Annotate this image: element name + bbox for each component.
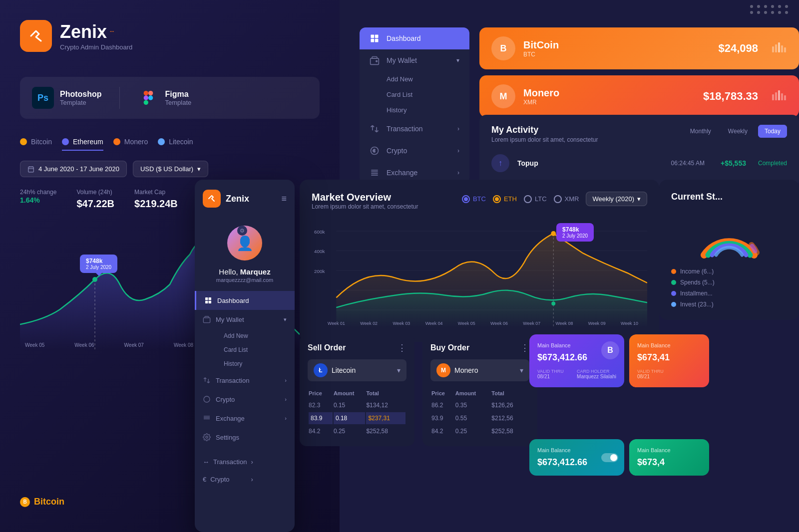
svg-text:Week 03: Week 03: [393, 321, 410, 326]
logo-icon: [20, 20, 52, 52]
sidebar-nav-wallet[interactable]: My Wallet ▾: [195, 310, 295, 329]
monero-select-icon: M: [436, 363, 450, 377]
crypto-card-bitcoin[interactable]: B BitCoin BTC $24,098: [479, 27, 799, 69]
sell-row-1: 82.3 0.15 $134,12: [309, 399, 405, 411]
svg-text:Week 05: Week 05: [458, 321, 475, 326]
svg-rect-31: [781, 93, 783, 100]
svg-text:Week 02: Week 02: [360, 321, 378, 326]
sidebar-nav-settings[interactable]: Settings: [195, 428, 295, 447]
filter-ltc[interactable]: LTC: [524, 195, 547, 203]
svg-text:Week 04: Week 04: [425, 321, 443, 326]
app-subtitle: Crypto Admin Dashboard: [60, 43, 132, 51]
activity-filters: Monthly Weekly Today: [684, 125, 787, 138]
svg-text:600k: 600k: [314, 229, 325, 235]
legend-items: Income (6...) Spends (5...) Installmen..…: [671, 268, 787, 308]
svg-point-53: [551, 301, 555, 305]
svg-rect-27: [784, 47, 786, 52]
svg-text:400k: 400k: [314, 249, 325, 254]
sub-card-list[interactable]: Card List: [387, 87, 469, 102]
bitcoin-icon: B: [491, 36, 515, 60]
svg-rect-3: [143, 100, 148, 105]
buy-row-2: 93.9 0.55 $212,56: [431, 412, 528, 424]
crypto-icon: €: [370, 146, 380, 156]
svg-rect-13: [371, 39, 375, 42]
filter-monthly[interactable]: Monthly: [684, 125, 718, 138]
svg-text:Week 09: Week 09: [588, 321, 606, 326]
filter-xmr[interactable]: XMR: [554, 195, 579, 203]
filter-btc[interactable]: BTC: [462, 195, 486, 203]
buy-order-menu[interactable]: ⋮: [520, 342, 529, 353]
current-stats-panel: Current St... Income (6...) Spends (5...…: [659, 180, 799, 320]
sell-row-2-highlight: 83.9 0.18 $237,31: [309, 412, 405, 424]
logo-svg: [27, 27, 45, 45]
nav-item-crypto[interactable]: € Crypto ›: [360, 140, 469, 162]
sidebar-nav-dashboard[interactable]: Dashboard: [195, 291, 295, 310]
nav-item-wallet[interactable]: My Wallet ▾: [360, 49, 469, 71]
sidebar-sub-items: Add New Card List History: [195, 329, 295, 371]
photoshop-card[interactable]: Ps Photoshop Template: [32, 87, 102, 109]
tab-monero[interactable]: Monero: [113, 134, 148, 151]
sell-coin-selector[interactable]: Ł Litecoin ▾: [308, 359, 406, 381]
period-select[interactable]: Weekly (2020) ▾: [586, 192, 647, 206]
market-filters: BTC ETH LTC XMR Weekly (2020) ▾: [462, 192, 647, 206]
market-chart-container: $748k 2 July 2020 600k 400k 200k: [312, 218, 647, 330]
sidebar-dashboard-icon: [204, 296, 212, 304]
filter-eth[interactable]: ETH: [493, 195, 517, 203]
svg-text:Week 10: Week 10: [621, 321, 638, 326]
filter-today[interactable]: Today: [758, 125, 787, 138]
currency-select[interactable]: USD ($ US Dollar) ▾: [133, 161, 208, 177]
balance-cards-bottom: Main Balance $673,412.66 Main Balance $6…: [529, 439, 709, 476]
litecoin-icon: Ł: [314, 363, 328, 377]
figma-card[interactable]: Figma Template: [137, 87, 192, 109]
svg-rect-11: [371, 35, 375, 38]
sidebar-sub-history[interactable]: History: [216, 357, 295, 371]
sidebar-sub-cards[interactable]: Card List: [216, 343, 295, 357]
buy-coin-selector[interactable]: M Monero ▾: [430, 359, 529, 381]
sidebar-nav-transaction[interactable]: Transaction ›: [195, 371, 295, 390]
svg-text:Week 07: Week 07: [523, 321, 540, 326]
svg-rect-24: [775, 44, 777, 52]
legend-spends: Spends (5...): [671, 279, 787, 286]
sell-order-menu[interactable]: ⋮: [398, 342, 406, 353]
calendar-icon: [27, 166, 34, 173]
sidebar-nav-top: Dashboard My Wallet ▾ Add New Card List …: [360, 27, 469, 184]
bottom-nav-crypto[interactable]: € Crypto ›: [195, 472, 261, 487]
svg-text:€: €: [373, 148, 376, 153]
balance-toggle[interactable]: [601, 453, 618, 462]
stat-volume: Volume (24h) $47.22B: [76, 187, 114, 210]
user-section: 👤 ⚙ Hello, Marquez marquezzzz@mail.com: [195, 218, 295, 291]
market-panel: Market Overview Lorem ipsum dolor sit am…: [300, 180, 659, 342]
monero-chart-icon: [772, 90, 787, 102]
sub-add-new[interactable]: Add New: [387, 71, 469, 87]
ps-title: Photoshop: [60, 90, 102, 99]
hamburger-button[interactable]: ≡: [281, 194, 287, 204]
bottom-nav-transaction[interactable]: ↔ Transaction ›: [195, 454, 261, 470]
app-title: Zenix···: [60, 21, 132, 42]
tab-ethereum[interactable]: Ethereum: [62, 134, 103, 151]
sidebar-sub-add[interactable]: Add New: [216, 329, 295, 343]
sidebar-nav-crypto[interactable]: Crypto ›: [195, 390, 295, 409]
tab-litecoin[interactable]: Litecoin: [158, 134, 193, 151]
nav-item-transaction[interactable]: Transaction ›: [360, 118, 469, 140]
sidebar-nav-exchange[interactable]: Exchange ›: [195, 409, 295, 428]
svg-point-4: [148, 95, 153, 100]
filter-weekly[interactable]: Weekly: [722, 125, 754, 138]
divider: [119, 87, 120, 109]
date-picker[interactable]: 4 June 2020 - 17 June 2020: [20, 161, 127, 177]
controls-row: 4 June 2020 - 17 June 2020 USD ($ US Dol…: [20, 161, 320, 177]
crypto-card-monero[interactable]: M Monero XMR $18,783.33: [479, 75, 799, 117]
nav-item-dashboard[interactable]: Dashboard: [360, 27, 469, 49]
transaction-icon: [370, 124, 380, 134]
svg-rect-12: [375, 35, 379, 38]
svg-rect-35: [205, 301, 208, 303]
monero-icon: M: [491, 84, 515, 108]
sub-history[interactable]: History: [387, 102, 469, 118]
svg-rect-0: [143, 91, 148, 95]
sidebar-crypto-icon: [203, 395, 211, 403]
sell-order-table: Price Amount Total 82.3 0.15 $134,12 83.…: [308, 387, 406, 438]
bitcoin-badge: B Bitcoin: [20, 497, 64, 507]
tab-bitcoin[interactable]: Bitcoin: [20, 134, 52, 151]
gear-badge[interactable]: ⚙: [237, 226, 247, 236]
svg-text:Week 01: Week 01: [328, 321, 345, 326]
balance-bitcoin-icon: B: [601, 341, 619, 359]
